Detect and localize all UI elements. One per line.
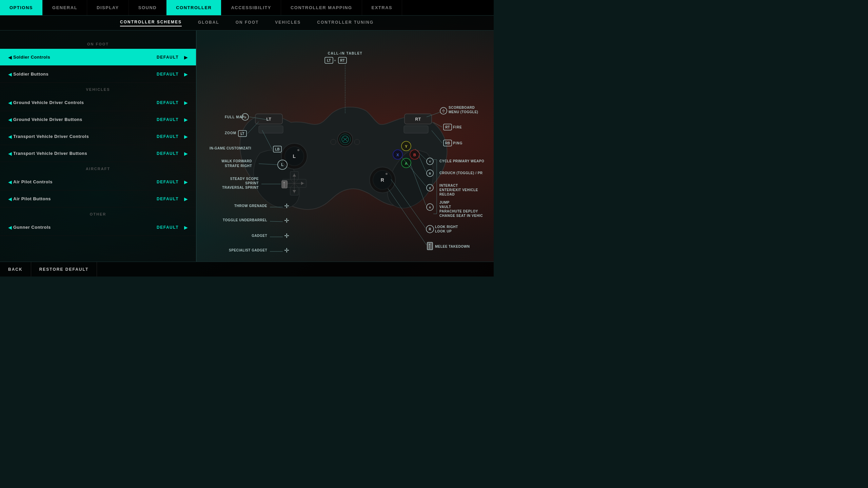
nav-extras[interactable]: EXTRAS (362, 0, 402, 15)
arrow-left-soldier-controls[interactable]: ◀ (7, 55, 13, 60)
label-traversal-sprint: TRAVERSAL SPRINT (222, 186, 259, 189)
nav-display[interactable]: DISPLAY (87, 0, 129, 15)
arrow-left-apb[interactable]: ◀ (7, 196, 13, 202)
scheme-transport-driver-buttons[interactable]: ◀ Transport Vehicle Driver Buttons DEFAU… (0, 145, 196, 162)
scheme-tdc-name: Transport Vehicle Driver Controls (13, 134, 153, 139)
arrow-right-tdc[interactable]: ▶ (183, 134, 189, 139)
scheme-ground-driver-buttons[interactable]: ◀ Ground Vehicle Driver Buttons DEFAULT … (0, 111, 196, 128)
label-enter-exit: ENTER/EXIT VEHICLE (439, 188, 478, 192)
controller-svg: LT RT (199, 34, 491, 258)
scheme-gdb-name: Ground Vehicle Driver Buttons (13, 117, 153, 122)
arrow-right-gc[interactable]: ▶ (183, 225, 189, 230)
arrow-right-soldier-controls[interactable]: ▶ (183, 55, 189, 60)
nav-controller-mapping[interactable]: CONTROLLER MAPPING (281, 0, 362, 15)
label-ping: PING (453, 141, 462, 145)
subnav-global[interactable]: GLOBAL (198, 20, 219, 26)
arrow-right-apb[interactable]: ▶ (183, 196, 189, 202)
svg-text:X: X (396, 153, 399, 157)
nav-general[interactable]: GENERAL (43, 0, 87, 15)
arrow-right-gdc[interactable]: ▶ (183, 100, 189, 105)
restore-default-button[interactable]: RESTORE DEFAULT (31, 262, 97, 277)
scheme-apb-name: Air Pilot Buttons (13, 196, 153, 201)
scheme-air-pilot-controls[interactable]: ◀ Air Pilot Controls DEFAULT ▶ (0, 174, 196, 190)
label-walk-forward: WALK FORWARD (221, 159, 252, 163)
label-change-seat: CHANGE SEAT IN VEHIC (439, 214, 483, 218)
scheme-apc-value: DEFAULT (157, 180, 179, 184)
left-panel: ON FOOT ◀ Soldier Controls DEFAULT ▶ ◀ S… (0, 30, 197, 262)
scheme-soldier-controls-value: DEFAULT (157, 55, 179, 60)
svg-point-12 (354, 139, 360, 145)
subnav-tuning[interactable]: CONTROLLER TUNING (317, 20, 374, 26)
label-melee-takedown: MELEE TAKEDOWN (435, 245, 470, 248)
scheme-soldier-buttons-name: Soldier Buttons (13, 72, 153, 77)
svg-text:LT: LT (240, 132, 244, 136)
label-specialist-gadget: SPECIALIST GADGET (229, 248, 267, 252)
svg-rect-2 (259, 126, 283, 133)
nav-sound[interactable]: SOUND (129, 0, 166, 15)
svg-text:B: B (429, 172, 431, 175)
nav-controller[interactable]: CONTROLLER (166, 0, 221, 15)
subnav-on-foot[interactable]: ON FOOT (236, 20, 259, 26)
label-look-up: LOOK UP (435, 229, 452, 233)
label-reload: RELOAD (439, 192, 455, 196)
nav-options[interactable]: OPTIONS (0, 0, 43, 15)
scheme-gunner-controls[interactable]: ◀ Gunner Controls DEFAULT ▶ (0, 219, 196, 236)
label-crouch: CROUCH (TOGGLE) / PR (439, 171, 483, 175)
svg-text:L: L (293, 154, 296, 159)
arrow-right-gdb[interactable]: ▶ (183, 117, 189, 122)
arrow-right-tdb[interactable]: ▶ (183, 151, 189, 156)
scheme-soldier-controls[interactable]: ◀ Soldier Controls DEFAULT ▶ (0, 49, 196, 66)
scheme-transport-driver-controls[interactable]: ◀ Transport Vehicle Driver Controls DEFA… (0, 128, 196, 145)
arrow-left-gdc[interactable]: ◀ (7, 100, 13, 105)
label-look-right: LOOK RIGHT (435, 225, 458, 229)
subnav-vehicles[interactable]: VEHICLES (275, 20, 301, 26)
svg-line-75 (270, 221, 283, 222)
scheme-soldier-buttons[interactable]: ◀ Soldier Buttons DEFAULT ▶ (0, 66, 196, 83)
back-button[interactable]: BACK (0, 262, 31, 277)
svg-text:R: R (429, 227, 431, 231)
label-strafe-right: STRAFE RIGHT (225, 164, 252, 168)
label-interact: INTERACT (439, 184, 458, 187)
arrow-left-tdb[interactable]: ◀ (7, 151, 13, 156)
scheme-gc-name: Gunner Controls (13, 225, 153, 230)
subnav-schemes[interactable]: CONTROLLER SCHEMES (120, 20, 182, 26)
svg-point-16 (297, 149, 299, 151)
svg-text:LT: LT (267, 117, 272, 122)
scheme-gc-value: DEFAULT (157, 225, 179, 230)
svg-text:Y: Y (429, 160, 431, 163)
label-parachute: PARACHUTE DEPLOY (439, 209, 478, 213)
svg-text:Y: Y (405, 144, 408, 148)
scheme-air-pilot-buttons[interactable]: ◀ Air Pilot Buttons DEFAULT ▶ (0, 190, 196, 207)
arrow-left-tdc[interactable]: ◀ (7, 134, 13, 139)
arrow-left-gdb[interactable]: ◀ (7, 117, 13, 122)
label-cycle-primary: CYCLE PRIMARY WEAPO (439, 159, 484, 163)
scheme-gdc-name: Ground Vehicle Driver Controls (13, 100, 153, 105)
arrow-left-gc[interactable]: ◀ (7, 225, 13, 230)
scheme-tdb-value: DEFAULT (157, 151, 179, 156)
svg-text:+: + (334, 58, 336, 62)
right-panel: LT RT (197, 30, 494, 262)
arrow-right-soldier-buttons[interactable]: ▶ (183, 72, 189, 77)
svg-text:⊞: ⊞ (244, 116, 246, 119)
scheme-tdb-name: Transport Vehicle Driver Buttons (13, 151, 153, 156)
section-aircraft: AIRCRAFT (0, 162, 196, 174)
bottom-bar: BACK RESTORE DEFAULT (0, 262, 494, 277)
nav-accessibility[interactable]: ACCESSIBILITY (221, 0, 281, 15)
svg-text:LT: LT (327, 59, 331, 62)
arrow-left-soldier-buttons[interactable]: ◀ (7, 72, 13, 77)
svg-text:✛: ✛ (284, 247, 289, 254)
svg-text:L: L (281, 162, 283, 167)
label-scoreboard2: MENU (TOGGLE) (449, 110, 478, 114)
arrow-left-apc[interactable]: ◀ (7, 179, 13, 185)
svg-text:LB: LB (275, 147, 279, 151)
svg-text:RB: RB (445, 141, 450, 145)
scheme-ground-driver-controls[interactable]: ◀ Ground Vehicle Driver Controls DEFAULT… (0, 94, 196, 111)
svg-text:✛: ✛ (284, 203, 289, 209)
label-throw-grenade: THROW GRENADE (234, 204, 267, 208)
arrow-right-apc[interactable]: ▶ (183, 179, 189, 185)
label-zoom: ZOOM (225, 131, 236, 135)
svg-text:RT: RT (445, 125, 450, 129)
top-navigation: OPTIONS GENERAL DISPLAY SOUND CONTROLLER… (0, 0, 494, 16)
section-other: OTHER (0, 207, 196, 219)
scheme-gdb-value: DEFAULT (157, 117, 179, 122)
